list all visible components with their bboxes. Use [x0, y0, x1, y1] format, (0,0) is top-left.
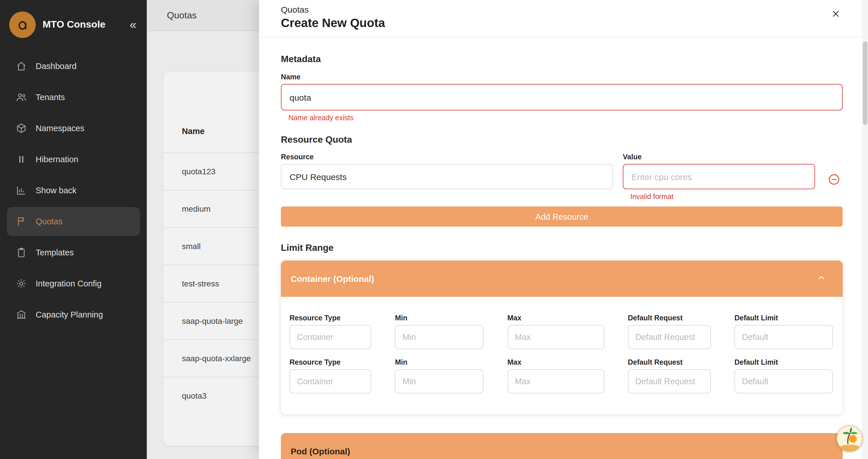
remove-resource-wrap	[825, 153, 843, 186]
resource-type-field: Resource Type	[289, 314, 371, 349]
quota-name-cell: saap-quota-large	[182, 316, 243, 326]
sidebar-item-tenants[interactable]: Tenants	[7, 83, 140, 111]
field-label: Default Request	[628, 314, 711, 322]
column-header-label: Name	[182, 127, 205, 136]
resource-field: Resource	[281, 153, 613, 189]
limit-default-request-input[interactable]	[628, 369, 711, 393]
scrollbar-thumb[interactable]	[863, 41, 867, 125]
sidebar-collapse-button[interactable]: «	[127, 17, 139, 33]
field-label: Default Limit	[735, 314, 833, 322]
limit-range-heading: Limit Range	[281, 243, 843, 253]
field-label: Min	[395, 314, 484, 322]
sidebar-item-label: Integration Config	[36, 279, 102, 288]
users-icon	[16, 92, 27, 103]
name-error-text: Name already exists	[288, 114, 843, 122]
container-section-header[interactable]: Container (Optional)	[281, 261, 843, 297]
sidebar-item-label: Namespaces	[36, 124, 84, 133]
resource-quota-row: Resource Value Invalid format	[281, 153, 843, 201]
clipboard-icon	[16, 247, 27, 258]
max-field: Max	[507, 314, 604, 349]
limit-min-input[interactable]	[395, 325, 484, 349]
sidebar-item-label: Quotas	[36, 217, 63, 226]
name-label: Name	[281, 73, 843, 81]
default-limit-field: Default Limit	[735, 314, 833, 349]
sidebar-item-hibernation[interactable]: Hibernation	[7, 145, 140, 174]
limit-default-request-input[interactable]	[628, 325, 711, 349]
min-field: Min	[395, 314, 484, 349]
minus-circle-icon[interactable]	[828, 173, 840, 186]
sidebar-item-label: Tenants	[36, 93, 65, 102]
limit-resource-type-input[interactable]	[289, 325, 371, 349]
sidebar-item-label: Show back	[36, 186, 76, 195]
limit-min-input[interactable]	[395, 369, 484, 393]
chart-icon	[16, 185, 27, 196]
limit-resource-type-input[interactable]	[289, 369, 371, 393]
min-field: Min	[395, 358, 484, 393]
field-label: Max	[507, 314, 604, 322]
pod-section-title: Pod (Optional)	[291, 446, 350, 456]
resource-label: Resource	[281, 153, 613, 161]
sidebar-item-showback[interactable]: Show back	[7, 176, 140, 205]
field-label: Default Limit	[735, 358, 833, 366]
resource-select[interactable]	[281, 164, 613, 189]
quota-name-cell: test-stress	[182, 279, 219, 288]
value-error-text: Invalid format	[630, 193, 815, 201]
sidebar-item-templates[interactable]: Templates	[7, 238, 140, 267]
limit-default-limit-input[interactable]	[735, 369, 833, 393]
field-label: Resource Type	[289, 314, 371, 322]
quota-name-cell: quota3	[182, 391, 207, 400]
field-label: Min	[395, 358, 484, 366]
bank-icon	[16, 309, 27, 320]
default-limit-field: Default Limit	[735, 358, 833, 393]
add-resource-button[interactable]: Add Resource	[281, 206, 843, 227]
resource-quota-heading: Resource Quota	[281, 135, 843, 145]
chevron-up-icon	[816, 272, 827, 285]
flag-icon	[16, 216, 27, 227]
sidebar-item-dashboard[interactable]: Dashboard	[7, 52, 140, 80]
create-quota-drawer: Quotas Create New Quota Metadata Name Na…	[259, 0, 868, 459]
sidebar-item-label: Hibernation	[36, 155, 78, 164]
resource-type-field: Resource Type	[289, 358, 371, 393]
sidebar-item-capacity-planning[interactable]: Capacity Planning	[7, 300, 140, 329]
quota-name-cell: medium	[182, 204, 211, 214]
sidebar-item-quotas[interactable]: Quotas	[7, 207, 140, 236]
sidebar: MTO Console « Dashboard Tenants Nam	[0, 0, 147, 459]
default-request-field: Default Request	[628, 314, 711, 349]
island-badge-icon[interactable]	[836, 425, 863, 452]
limit-range-row: Resource Type Min Max Default Reque	[289, 358, 833, 393]
name-input[interactable]	[281, 84, 843, 110]
drawer-body: Metadata Name Name already exists Resour…	[259, 54, 868, 459]
default-request-field: Default Request	[628, 358, 711, 393]
drawer-breadcrumb: Quotas	[281, 5, 845, 14]
mto-logo-icon	[9, 11, 36, 38]
container-section-body: Resource Type Min Max Default Reque	[281, 297, 843, 414]
quota-name-cell: small	[182, 241, 200, 251]
quota-name-cell: quota123	[182, 167, 216, 176]
max-field: Max	[507, 358, 604, 393]
field-label: Max	[507, 358, 604, 366]
sidebar-item-label: Capacity Planning	[36, 310, 103, 319]
sidebar-item-label: Dashboard	[36, 62, 76, 71]
value-field: Value Invalid format	[623, 153, 815, 201]
drawer-scrollbar[interactable]	[862, 0, 868, 459]
home-icon	[16, 60, 27, 72]
drawer-header: Quotas Create New Quota	[259, 0, 868, 37]
sidebar-menu: Dashboard Tenants Namespaces Hibernation	[0, 50, 147, 334]
pod-section-header[interactable]: Pod (Optional)	[281, 433, 843, 459]
sidebar-item-label: Templates	[36, 248, 74, 257]
limit-max-input[interactable]	[507, 369, 604, 393]
container-section-card: Container (Optional) Resource Type Min	[281, 261, 843, 414]
container-section-title: Container (Optional)	[291, 274, 374, 284]
limit-range-row: Resource Type Min Max Default Reque	[289, 314, 833, 349]
limit-default-limit-input[interactable]	[735, 325, 833, 349]
value-label: Value	[623, 153, 815, 161]
close-icon[interactable]	[829, 7, 843, 23]
value-input[interactable]	[623, 164, 815, 189]
drawer-title: Create New Quota	[281, 16, 845, 30]
app-title: MTO Console	[42, 19, 127, 31]
sidebar-item-integration-config[interactable]: Integration Config	[7, 269, 140, 298]
limit-max-input[interactable]	[507, 325, 604, 349]
tab-quotas[interactable]: Quotas	[167, 10, 196, 21]
sidebar-item-namespaces[interactable]: Namespaces	[7, 114, 140, 143]
metadata-heading: Metadata	[281, 54, 843, 64]
